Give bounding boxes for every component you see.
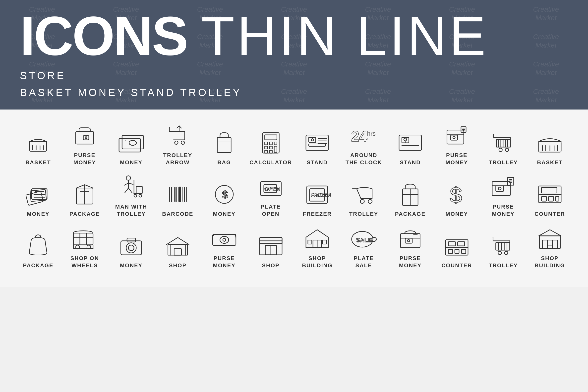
icon-item-money2: MONEY [16, 181, 60, 218]
svg-point-18 [181, 141, 184, 144]
svg-rect-130 [74, 233, 93, 245]
stand2-label: STAND [400, 159, 421, 166]
svg-line-84 [124, 183, 128, 186]
icon-item-money3: $ MONEY [202, 181, 246, 218]
svg-text:$: $ [222, 189, 228, 200]
stand1-label: STAND [307, 159, 328, 166]
svg-rect-38 [309, 144, 326, 146]
counter1-label: COUNTER [534, 210, 565, 218]
svg-rect-20 [217, 137, 231, 152]
svg-rect-33 [309, 137, 316, 142]
svg-point-184 [498, 251, 501, 254]
basket1-label: BASKET [26, 159, 51, 166]
shop-building1-icon [302, 225, 332, 252]
basket2-label: BASKET [537, 159, 562, 166]
svg-rect-170 [448, 242, 455, 246]
icon-item-package3: PACKAGE [16, 232, 60, 269]
svg-point-7 [85, 137, 87, 139]
svg-rect-143 [168, 244, 188, 255]
svg-rect-171 [458, 242, 464, 246]
calculator-label: CALCULATOR [250, 159, 292, 166]
svg-point-118 [498, 187, 501, 190]
svg-point-43 [404, 138, 406, 140]
plate-open-icon: OPEN [256, 174, 286, 201]
money4-icon: $ [442, 181, 472, 208]
counter2-label: COUNTER [441, 262, 472, 269]
svg-point-141 [128, 245, 134, 251]
svg-rect-26 [274, 142, 277, 144]
svg-rect-144 [174, 249, 181, 255]
purse-money2-icon [442, 122, 472, 149]
bag-label: BAG [217, 159, 231, 166]
svg-rect-187 [542, 240, 547, 249]
icon-item-plate-open: OPEN PLATEOPEN [249, 174, 292, 218]
shop1-icon [163, 232, 193, 260]
title-bold: ICONS [20, 6, 187, 67]
svg-rect-147 [212, 234, 236, 246]
purse-money3-label: PURSEMONEY [492, 203, 514, 218]
trolley2-label: TROLLEY [349, 210, 378, 218]
purse-money1-icon [70, 122, 100, 149]
bag-icon [209, 129, 239, 156]
money1-icon [116, 129, 146, 156]
shop-wheels-label: SHOP ONWHEELS [70, 255, 99, 269]
svg-point-148 [220, 236, 228, 244]
header-section: CreativeMarket CreativeMarket CreativeMa… [0, 0, 588, 110]
counter1-icon [535, 181, 565, 208]
icon-item-purse-money4: PURSEMONEY [202, 225, 246, 269]
svg-rect-25 [269, 142, 272, 144]
icon-item-basket1: BASKET [16, 129, 60, 166]
purse-money1-label: PURSEMONEY [74, 152, 96, 166]
svg-rect-189 [548, 240, 552, 245]
purse-money4-label: PURSEMONEY [213, 255, 236, 269]
svg-point-10 [129, 140, 136, 145]
icon-item-trolley-arrow: TROLLEYARROW [156, 122, 200, 166]
svg-rect-24 [264, 142, 267, 144]
svg-rect-117 [496, 186, 504, 192]
money3-icon: $ [209, 181, 239, 208]
trolley3-label: TROLLEY [489, 262, 518, 269]
icon-item-package1: PACKAGE [63, 181, 106, 218]
freezer-icon: FROZEN [302, 181, 332, 208]
svg-text:hrs: hrs [367, 130, 376, 137]
purse-money5-icon [395, 225, 425, 252]
basket-icon [23, 129, 53, 156]
package1-icon [70, 181, 100, 208]
svg-text:SALE: SALE [356, 237, 372, 244]
package3-label: PACKAGE [23, 262, 53, 269]
money1-label: MONEY [120, 159, 143, 166]
svg-point-140 [126, 243, 136, 253]
svg-line-87 [128, 188, 132, 193]
icon-item-money1: MONEY [110, 129, 153, 166]
svg-point-17 [175, 141, 178, 144]
icon-item-shop-building2: SHOPBUILDING [528, 225, 572, 269]
package2-label: PACKAGE [395, 210, 426, 218]
package1-label: PACKAGE [70, 210, 100, 218]
icon-item-freezer: FROZEN FREEZER [296, 181, 339, 218]
svg-point-165 [408, 240, 410, 242]
icon-item-shop-wheels: SHOP ONWHEELS [63, 225, 106, 269]
icon-item-purse-money1: PURSEMONEY [63, 122, 106, 166]
icon-item-package2: PACKAGE [388, 181, 432, 218]
svg-rect-47 [450, 135, 458, 140]
purse-money3-icon [488, 174, 518, 201]
svg-rect-72 [26, 191, 44, 205]
money2-icon [23, 181, 53, 208]
trolley1-label: TROLLEY [489, 159, 518, 166]
package3-icon [23, 232, 53, 260]
icon-row-3: PACKAGE SHOP ONWHEELS [15, 225, 573, 269]
icon-item-basket2: BASKET [528, 129, 572, 166]
icon-item-money5: MONEY [110, 232, 153, 269]
man-trolley-label: MAN WITHTROLLEY [115, 203, 147, 218]
shop-building1-label: SHOPBUILDING [302, 255, 332, 269]
svg-text:$: $ [450, 183, 462, 207]
svg-point-65 [505, 148, 509, 152]
trolley-arrow-label: TROLLEYARROW [163, 152, 192, 166]
icon-item-trolley1: TROLLEY [482, 129, 525, 166]
svg-rect-30 [264, 150, 267, 153]
svg-point-185 [504, 251, 508, 254]
icon-item-calculator: CALCULATOR [249, 129, 292, 166]
svg-rect-172 [448, 249, 452, 253]
svg-rect-29 [274, 146, 277, 152]
icon-item-bag: BAG [202, 129, 246, 166]
